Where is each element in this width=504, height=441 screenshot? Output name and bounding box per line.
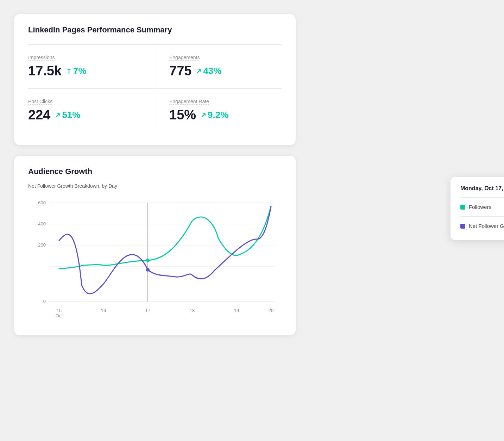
svg-text:0: 0 bbox=[43, 299, 46, 304]
net-growth-color-dot bbox=[460, 224, 465, 229]
svg-text:19: 19 bbox=[234, 308, 239, 313]
arrow-up-icon: ↗ bbox=[200, 111, 206, 119]
impressions-value-row: 17.5k ↗ 7% bbox=[28, 63, 146, 79]
engagements-change: ↗ 43% bbox=[196, 66, 221, 76]
svg-text:Oct: Oct bbox=[56, 313, 63, 318]
svg-text:16: 16 bbox=[101, 308, 106, 313]
audience-growth-card: Audience Growth Net Follower Growth Brea… bbox=[14, 156, 296, 335]
audience-card-title: Audience Growth bbox=[28, 167, 282, 176]
engagement-rate-value-row: 15% ↗ 9.2% bbox=[169, 107, 273, 123]
impressions-value: 17.5k bbox=[28, 63, 62, 79]
engagement-rate-change: ↗ 9.2% bbox=[200, 110, 228, 120]
engagements-value-row: 775 ↗ 43% bbox=[169, 63, 273, 79]
svg-point-18 bbox=[146, 268, 150, 272]
arrow-up-icon: ↗ bbox=[55, 111, 61, 119]
perf-card-title: LinkedIn Pages Performance Summary bbox=[28, 25, 282, 35]
svg-text:17: 17 bbox=[145, 308, 150, 313]
post-clicks-value-row: 224 ↗ 51% bbox=[28, 107, 146, 123]
tooltip-date: Monday, Oct 17, 2022 UTC bbox=[460, 185, 504, 192]
tooltip-followers-row: Followers 275 bbox=[460, 201, 504, 213]
tooltip-net-growth-legend: Net Follower Growth bbox=[460, 223, 504, 229]
tooltip-card: Monday, Oct 17, 2022 UTC Followers 275 N… bbox=[451, 177, 504, 240]
svg-text:400: 400 bbox=[38, 221, 46, 226]
post-clicks-label: Post Clicks bbox=[28, 99, 146, 105]
svg-text:600: 600 bbox=[38, 200, 46, 205]
metrics-grid: Impressions 17.5k ↗ 7% Engagements 775 ↗… bbox=[28, 44, 282, 132]
metric-engagement-rate: Engagement Rate 15% ↗ 9.2% bbox=[155, 89, 282, 132]
impressions-label: Impressions bbox=[28, 55, 146, 61]
metric-post-clicks: Post Clicks 224 ↗ 51% bbox=[28, 89, 155, 132]
svg-point-17 bbox=[146, 259, 150, 262]
performance-summary-card: LinkedIn Pages Performance Summary Impre… bbox=[14, 14, 296, 145]
engagements-label: Engagements bbox=[169, 55, 273, 61]
post-clicks-value: 224 bbox=[28, 107, 50, 123]
tooltip-divider-top bbox=[460, 197, 504, 198]
svg-text:20: 20 bbox=[269, 308, 273, 313]
audience-chart-svg: 600 400 200 0 15 Oct 16 17 18 19 20 bbox=[28, 196, 282, 323]
metric-impressions: Impressions 17.5k ↗ 7% bbox=[28, 45, 155, 89]
audience-section: Audience Growth Net Follower Growth Brea… bbox=[14, 156, 436, 335]
tooltip-divider-mid bbox=[460, 216, 504, 217]
engagement-rate-value: 15% bbox=[169, 107, 196, 123]
tooltip-followers-legend: Followers bbox=[460, 204, 491, 210]
followers-label: Followers bbox=[469, 204, 491, 210]
post-clicks-change: ↗ 51% bbox=[55, 110, 80, 120]
chart-subtitle: Net Follower Growth Breakdown, by Day bbox=[28, 183, 282, 189]
svg-text:18: 18 bbox=[190, 308, 195, 313]
net-growth-label: Net Follower Growth bbox=[469, 223, 504, 229]
impressions-change: ↗ 7% bbox=[66, 66, 87, 76]
svg-text:15: 15 bbox=[57, 308, 62, 313]
engagement-rate-label: Engagement Rate bbox=[169, 99, 273, 105]
svg-text:200: 200 bbox=[38, 242, 46, 248]
engagements-value: 775 bbox=[169, 63, 191, 79]
metric-engagements: Engagements 775 ↗ 43% bbox=[155, 45, 282, 89]
arrow-up-icon: ↗ bbox=[196, 67, 202, 75]
chart-area: 600 400 200 0 15 Oct 16 17 18 19 20 bbox=[28, 196, 282, 323]
arrow-up-icon: ↗ bbox=[64, 66, 74, 76]
tooltip-net-growth-row: Net Follower Growth 221 bbox=[460, 220, 504, 232]
followers-color-dot bbox=[460, 205, 465, 210]
